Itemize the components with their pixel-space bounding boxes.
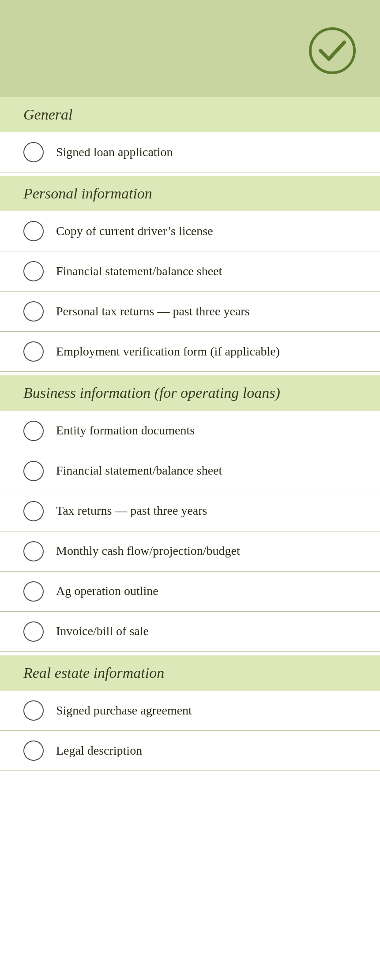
page-header (0, 0, 380, 97)
checklist-item-monthly-cash-flow[interactable]: Monthly cash flow/projection/budget (0, 531, 380, 572)
checklist-item-drivers-license[interactable]: Copy of current driver’s license (0, 211, 380, 251)
checklist-item-entity-formation[interactable]: Entity formation documents (0, 411, 380, 451)
item-text-legal-description: Legal description (56, 743, 142, 759)
section-header-general: General (0, 97, 380, 132)
item-text-personal-tax-returns: Personal tax returns — past three years (56, 303, 250, 319)
checkbox-drivers-license[interactable] (23, 221, 44, 241)
checklist-item-financial-statement-business[interactable]: Financial statement/balance sheet (0, 451, 380, 491)
section-header-business-information: Business information (for operating loan… (0, 375, 380, 411)
item-text-tax-returns-business: Tax returns — past three years (56, 503, 207, 519)
checkbox-tax-returns-business[interactable] (23, 501, 44, 521)
item-text-financial-statement-business: Financial statement/balance sheet (56, 463, 222, 479)
checklist-item-personal-tax-returns[interactable]: Personal tax returns — past three years (0, 292, 380, 332)
checkbox-personal-tax-returns[interactable] (23, 301, 44, 322)
checklist-item-signed-loan-app[interactable]: Signed loan application (0, 132, 380, 172)
divider-after-business-information (0, 652, 380, 655)
checklist-item-financial-statement-personal[interactable]: Financial statement/balance sheet (0, 251, 380, 292)
checklist-sections: GeneralSigned loan applicationPersonal i… (0, 97, 380, 771)
section-label-real-estate-information: Real estate information (23, 663, 357, 683)
item-text-invoice-bill-of-sale: Invoice/bill of sale (56, 623, 149, 639)
item-text-employment-verification: Employment verification form (if applica… (56, 344, 280, 359)
checklist-item-ag-operation-outline[interactable]: Ag operation outline (0, 572, 380, 612)
checkbox-signed-purchase-agreement[interactable] (23, 700, 44, 721)
checkbox-employment-verification[interactable] (23, 341, 44, 362)
divider-after-personal-information (0, 372, 380, 375)
checkbox-financial-statement-personal[interactable] (23, 261, 44, 281)
divider-after-general (0, 172, 380, 176)
checkbox-invoice-bill-of-sale[interactable] (23, 621, 44, 642)
checkbox-monthly-cash-flow[interactable] (23, 541, 44, 561)
checkbox-signed-loan-app[interactable] (23, 142, 44, 162)
item-text-signed-loan-app: Signed loan application (56, 144, 173, 160)
checklist-item-tax-returns-business[interactable]: Tax returns — past three years (0, 491, 380, 531)
checklist-item-signed-purchase-agreement[interactable]: Signed purchase agreement (0, 691, 380, 731)
item-text-entity-formation: Entity formation documents (56, 423, 195, 438)
checklist-check-icon (308, 26, 357, 75)
checkbox-entity-formation[interactable] (23, 421, 44, 441)
section-header-personal-information: Personal information (0, 176, 380, 211)
item-text-monthly-cash-flow: Monthly cash flow/projection/budget (56, 543, 240, 559)
checklist-item-legal-description[interactable]: Legal description (0, 731, 380, 771)
checkbox-legal-description[interactable] (23, 741, 44, 761)
section-label-business-information: Business information (for operating loan… (23, 383, 357, 403)
checklist-item-employment-verification[interactable]: Employment verification form (if applica… (0, 332, 380, 372)
checkbox-ag-operation-outline[interactable] (23, 581, 44, 602)
section-label-general: General (23, 105, 357, 124)
checklist-item-invoice-bill-of-sale[interactable]: Invoice/bill of sale (0, 612, 380, 652)
item-text-ag-operation-outline: Ag operation outline (56, 583, 158, 599)
checkbox-financial-statement-business[interactable] (23, 461, 44, 481)
svg-point-0 (310, 29, 354, 73)
item-text-drivers-license: Copy of current driver’s license (56, 223, 213, 239)
section-header-real-estate-information: Real estate information (0, 655, 380, 691)
item-text-financial-statement-personal: Financial statement/balance sheet (56, 263, 222, 279)
section-label-personal-information: Personal information (23, 184, 357, 203)
item-text-signed-purchase-agreement: Signed purchase agreement (56, 703, 192, 718)
